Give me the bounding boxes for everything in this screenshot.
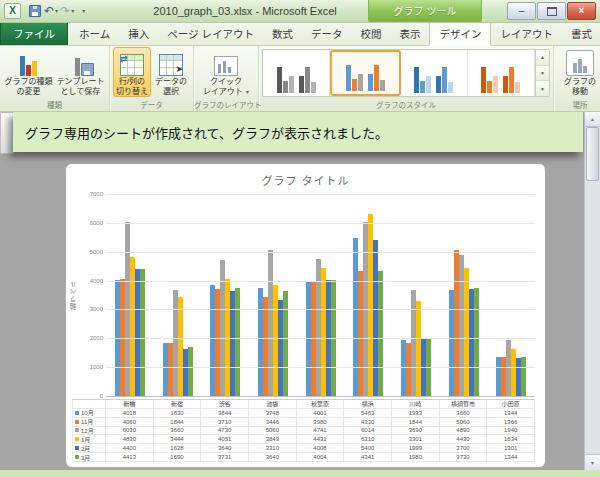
table-value-11月-横須賀市: 5060: [440, 418, 488, 427]
quick-layout-icon: [212, 50, 240, 76]
bar-3月-新宿: [188, 347, 193, 396]
gridline: [106, 309, 535, 310]
redo-button[interactable]: ↷▾: [60, 3, 74, 19]
table-value-12月-新橋: 6030: [106, 427, 154, 436]
scroll-up-button[interactable]: ▴: [585, 111, 600, 127]
table-value-1月-秋葉原: 4431: [297, 435, 345, 444]
tab-4[interactable]: データ: [302, 22, 352, 45]
y-axis-tick: 1000: [90, 364, 106, 370]
chart-style-tile-style-blue[interactable]: [401, 50, 468, 96]
table-row-label-1月: 1月: [72, 435, 106, 444]
table-value-10月-小田原: 1344: [487, 409, 535, 418]
legend-swatch-12月: [75, 428, 79, 432]
tab-1[interactable]: 挿入: [119, 22, 158, 45]
table-header-小田原: 小田原: [487, 400, 535, 409]
formula-bar-edge: [0, 112, 14, 154]
excel-app-icon[interactable]: X: [4, 3, 21, 19]
redo-caret-icon: ▾: [71, 8, 74, 14]
close-button[interactable]: ×: [567, 2, 596, 20]
table-value-10月-新宿: 1830: [154, 409, 202, 418]
tab-contextual-レイアウト[interactable]: レイアウト: [491, 22, 562, 45]
bar-group-横浜: [344, 194, 392, 396]
table-value-11月-新橋: 4060: [106, 418, 154, 427]
ribbon: グラフの種類 の変更 テンプレート として保存 種類 ⇄ 行/列の: [0, 45, 600, 112]
table-value-12月-渋谷: 4730: [201, 427, 249, 436]
table-value-1月-渋谷: 4051: [201, 435, 249, 444]
table-value-10月-横浜: 5463: [344, 409, 392, 418]
move-chart-button[interactable]: グラフの 移動: [557, 47, 600, 97]
qat-customize-button[interactable]: ▾: [76, 3, 90, 19]
tab-2[interactable]: ページ レイアウト: [158, 22, 263, 45]
group-label-location: 場所: [554, 99, 600, 110]
tab-0[interactable]: ホーム: [70, 22, 119, 45]
group-label-type: 種類: [0, 99, 109, 110]
bar-3月-渋谷: [235, 288, 240, 396]
bar-3月-横須賀市: [474, 288, 479, 396]
gridline: [106, 338, 535, 339]
table-header-秋葉原: 秋葉原: [297, 400, 345, 409]
tab-file[interactable]: ファイル: [0, 21, 68, 45]
change-chart-type-button[interactable]: グラフの種類 の変更: [3, 47, 54, 97]
window-title: 2010_graph_03.xlsx - Microsoft Excel: [110, 5, 380, 17]
table-value-12月-池袋: 5060: [249, 427, 297, 436]
button-label: 行/列の: [119, 77, 145, 87]
table-value-11月-池袋: 3446: [249, 418, 297, 427]
undo-icon: ↶: [44, 5, 54, 17]
tab-contextual-書式[interactable]: 書式: [562, 22, 600, 45]
chart-style-tile-style-orange[interactable]: [468, 50, 535, 96]
bar-group-新橋: [106, 194, 154, 396]
switch-row-column-icon: ⇄: [118, 50, 146, 76]
gridline: [106, 367, 535, 368]
chart-style-tile-style-grey[interactable]: [263, 50, 330, 96]
table-row-label-11月: 11月: [72, 418, 106, 427]
ribbon-group-data: ⇄ 行/列の 切り替え ➤ データの 選択 データ: [110, 45, 194, 111]
save-as-template-button[interactable]: テンプレート として保存: [55, 47, 106, 97]
window-bottom-frame: [0, 470, 600, 477]
table-corner-cell: [72, 400, 106, 409]
table-value-10月-秋葉原: 4001: [297, 409, 345, 418]
tab-6[interactable]: 表示: [390, 22, 429, 45]
button-label: グラフの種類: [5, 77, 53, 87]
group-label-data: データ: [110, 99, 193, 110]
scrollbar-thumb[interactable]: [586, 127, 599, 181]
window-controls: – ×: [507, 2, 596, 20]
table-value-2月-新宿: 1628: [154, 444, 202, 453]
gallery-more-button[interactable]: ▼: [536, 81, 549, 96]
tab-3[interactable]: 数式: [263, 22, 302, 45]
button-label: テンプレート: [57, 77, 105, 87]
minimize-button[interactable]: –: [507, 2, 536, 20]
switch-row-column-button[interactable]: ⇄ 行/列の 切り替え: [113, 47, 151, 97]
y-axis-tick: 5000: [90, 249, 106, 255]
gallery-scroll-down-button[interactable]: ▼: [536, 66, 549, 82]
quick-layout-button[interactable]: クイック レイアウト ▾: [197, 47, 255, 97]
table-value-3月-川崎: 1980: [392, 453, 440, 462]
maximize-button[interactable]: [537, 2, 566, 20]
ribbon-tab-row: ファイルホーム挿入ページ レイアウト数式データ校閲表示デザインレイアウト書式 ▴…: [0, 22, 600, 46]
tab-contextual-デザイン[interactable]: デザイン: [429, 21, 491, 46]
tutorial-callout: グラフ専用のシートが作成されて、グラフが表示されました。: [13, 112, 583, 152]
undo-button[interactable]: ↶▾: [44, 3, 58, 19]
table-header-新橋: 新橋: [106, 400, 154, 409]
select-data-button[interactable]: ➤ データの 選択: [152, 47, 190, 97]
vertical-scrollbar[interactable]: ▴ ▾: [584, 111, 600, 470]
tab-5[interactable]: 校閲: [351, 22, 390, 45]
gallery-scroll-up-button[interactable]: ▲: [536, 50, 549, 66]
legend-swatch-1月: [75, 437, 79, 441]
y-axis-label: 軸ラベル: [69, 194, 79, 396]
save-button[interactable]: [28, 3, 42, 19]
table-value-2月-川崎: 1999: [392, 444, 440, 453]
table-value-12月-横浜: 6014: [344, 427, 392, 436]
chart-style-tile-style-color[interactable]: [330, 50, 400, 96]
table-value-12月-川崎: 3690: [392, 427, 440, 436]
chart-sheet-page[interactable]: グラフ タイトル 軸ラベル 01000200030004000500060007…: [65, 163, 546, 468]
table-value-1月-新宿: 3444: [154, 435, 202, 444]
button-label: レイアウト ▾: [203, 87, 249, 97]
y-axis-tick: 7000: [90, 191, 106, 197]
button-label: 切り替え: [116, 87, 148, 97]
table-value-3月-秋葉原: 4004: [297, 453, 345, 462]
table-value-1月-横浜: 6310: [344, 435, 392, 444]
callout-text: グラフ専用のシートが作成されて、グラフが表示されました。: [25, 123, 388, 142]
scroll-down-button[interactable]: ▾: [585, 454, 600, 470]
table-value-11月-秋葉原: 3980: [297, 418, 345, 427]
table-value-2月-新橋: 4400: [106, 444, 154, 453]
